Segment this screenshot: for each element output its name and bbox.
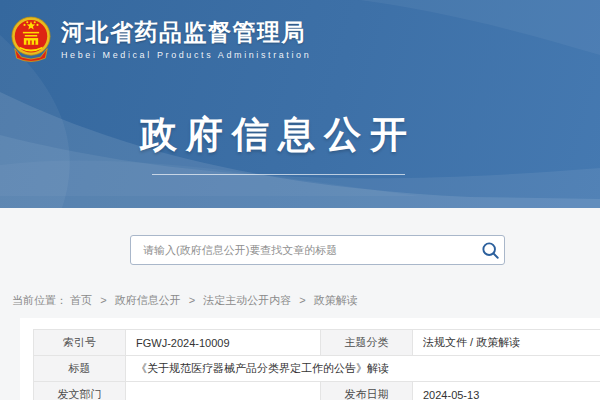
breadcrumb-separator: >	[189, 294, 195, 306]
search-icon[interactable]	[476, 236, 504, 264]
national-emblem-icon	[10, 15, 52, 64]
breadcrumb-item-info-disclosure[interactable]: 政府信息公开	[115, 294, 181, 306]
field-label-publish-date: 发布日期	[321, 382, 413, 400]
brand-text: 河北省药品监督管理局 Hebei Medical Products Admini…	[61, 19, 311, 61]
page: 河北省药品监督管理局 Hebei Medical Products Admini…	[0, 0, 600, 400]
table-row: 发文部门 发布日期 2024-05-13	[34, 382, 600, 400]
field-value-index-number: FGWJ-2024-10009	[126, 330, 321, 356]
field-value-title: 《关于规范医疗器械产品分类界定工作的公告》解读	[126, 356, 600, 382]
field-label-title: 标题	[34, 356, 126, 382]
field-value-publish-date: 2024-05-13	[413, 382, 600, 400]
field-label-index-number: 索引号	[34, 330, 126, 356]
breadcrumb-item-statutory-content[interactable]: 法定主动公开内容	[203, 294, 291, 306]
field-value-topic-category: 法规文件 / 政策解读	[413, 330, 600, 356]
table-row: 标题 《关于规范医疗器械产品分类界定工作的公告》解读	[34, 356, 600, 382]
search-input[interactable]	[131, 244, 476, 256]
title-underline	[152, 174, 405, 175]
field-value-issuing-department	[126, 382, 321, 400]
breadcrumb-separator: >	[100, 294, 106, 306]
field-label-topic-category: 主题分类	[321, 330, 413, 356]
breadcrumb-item-home[interactable]: 首页	[70, 294, 92, 306]
breadcrumb: 当前位置： 首页 > 政府信息公开 > 法定主动公开内容 > 政策解读	[12, 293, 358, 308]
field-label-issuing-department: 发文部门	[34, 382, 126, 400]
breadcrumb-separator: >	[299, 294, 305, 306]
search-box	[130, 235, 505, 265]
hero-banner: 河北省药品监督管理局 Hebei Medical Products Admini…	[0, 0, 600, 208]
info-table: 索引号 FGWJ-2024-10009 主题分类 法规文件 / 政策解读 标题 …	[33, 329, 600, 400]
banner-center: 政府信息公开	[0, 110, 556, 175]
detail-card: 索引号 FGWJ-2024-10009 主题分类 法规文件 / 政策解读 标题 …	[20, 318, 600, 400]
breadcrumb-item-policy-interpretation[interactable]: 政策解读	[314, 294, 358, 306]
breadcrumb-prefix: 当前位置：	[12, 294, 67, 306]
table-row: 索引号 FGWJ-2024-10009 主题分类 法规文件 / 政策解读	[34, 330, 600, 356]
page-title: 政府信息公开	[140, 110, 416, 160]
site-subtitle: Hebei Medical Products Administration	[61, 50, 311, 60]
content-area: 当前位置： 首页 > 政府信息公开 > 法定主动公开内容 > 政策解读 索引号 …	[0, 208, 600, 400]
site-brand[interactable]: 河北省药品监督管理局 Hebei Medical Products Admini…	[10, 15, 311, 64]
site-title: 河北省药品监督管理局	[61, 19, 311, 47]
